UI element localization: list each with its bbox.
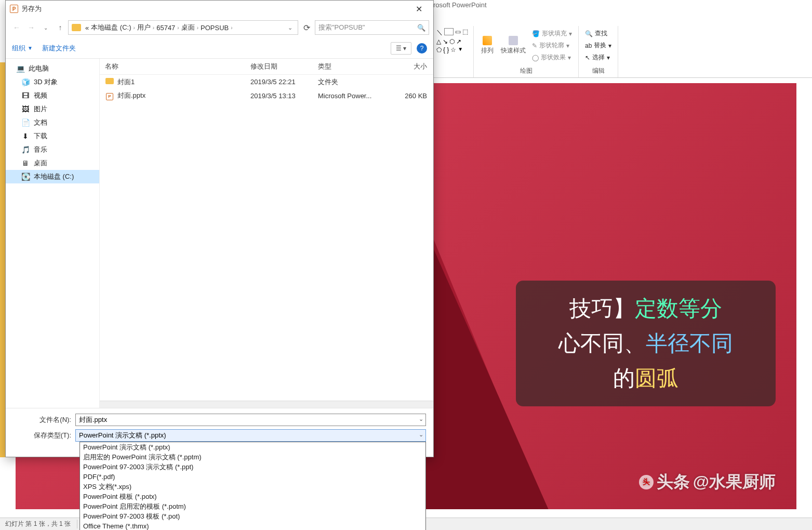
save-as-dialog: P 另存为 ✕ ← → ⌄ ↑ « 本地磁盘 (C:)› 用户› 65747› … [5,0,434,457]
address-bar[interactable]: « 本地磁盘 (C:)› 用户› 65747› 桌面› POPSUB› ⌄ [68,20,298,35]
sidebar-item[interactable]: 🖼图片 [6,102,99,116]
search-icon: 🔍 [585,30,593,37]
ppt-file-icon: P [105,92,114,101]
chevron-down-icon[interactable]: ⌄ [419,431,423,438]
toutiao-logo-icon: 头 [639,475,654,489]
watermark: 头 头条 @水果厨师 [639,471,776,494]
file-list: 名称 修改日期 类型 大小 封面12019/3/5 22:21文件夹P封面.pp… [99,59,433,408]
sidebar-icon: 🎵 [21,145,30,154]
ribbon: ＼▭⬚ △↘⬡↗ ⬠{ }☆▼ 排列 快速样式 🪣形状填充 ▾ ✎形状轮廓 ▾ … [431,26,812,78]
back-button[interactable]: ← [10,21,23,34]
new-folder-button[interactable]: 新建文件夹 [42,44,76,53]
paint-icon: 🪣 [532,30,540,37]
folder-icon [72,24,81,31]
forward-button[interactable]: → [24,21,38,34]
recent-button[interactable]: ⌄ [39,21,52,34]
sidebar-icon: ⬇ [21,132,30,140]
dialog-toolbar: 组织 ▼ 新建文件夹 ☰ ▾ ? [6,38,433,59]
filetype-option[interactable]: PowerPoint 97-2003 模板 (*.pot) [80,511,425,521]
sidebar-icon: 💽 [21,173,30,181]
dialog-title: 另存为 [21,4,42,14]
pen-icon: ✎ [532,42,537,49]
close-button[interactable]: ✕ [408,4,429,14]
filetype-option[interactable]: PowerPoint 97-2003 演示文稿 (*.ppt) [80,462,425,472]
quickstyle-button[interactable]: 快速样式 [499,35,528,56]
sidebar-icon: 🖥 [21,159,30,167]
refresh-button[interactable]: ⟳ [299,20,314,35]
sidebar-icon: 📄 [21,118,30,127]
search-icon: 🔍 [417,24,425,32]
select-button[interactable]: ↖选择 ▾ [584,52,613,63]
filetype-option[interactable]: PowerPoint 模板 (*.potx) [80,492,425,501]
sidebar-icon: 🖼 [21,105,30,113]
filetype-option[interactable]: PowerPoint 演示文稿 (*.pptx) [80,442,425,452]
filetype-option[interactable]: XPS 文档(*.xps) [80,482,425,492]
filetype-option[interactable]: Office Theme (*.thmx) [80,521,425,530]
sidebar-item[interactable]: ⬇下载 [6,129,99,143]
sidebar-item[interactable]: 🎵音乐 [6,143,99,156]
slide-counter: 幻灯片 第 1 张，共 1 张 [5,520,77,528]
filetype-option[interactable]: PDF(*.pdf) [80,472,425,482]
search-input[interactable]: 搜索"POPSUB" 🔍 [315,20,429,35]
sidebar-item[interactable]: 💽本地磁盘 (C:) [6,170,99,183]
arrange-button[interactable]: 排列 [479,35,496,56]
sidebar-icon: 🎞 [21,91,30,100]
up-button[interactable]: ↑ [54,21,67,34]
organize-button[interactable]: 组织 ▼ [12,44,33,53]
find-button[interactable]: 🔍查找 [584,28,613,39]
nav-sidebar: 💻此电脑🧊3D 对象🎞视频🖼图片📄文档⬇下载🎵音乐🖥桌面💽本地磁盘 (C:) [6,59,99,408]
scrollbar[interactable] [100,401,433,408]
slide-text-panel: 技巧】定数等分 心不同、半径不同 的圆弧 [516,281,776,406]
powerpoint-icon: P [10,5,18,13]
folder-icon [105,77,114,85]
ribbon-group-drawing: 排列 快速样式 🪣形状填充 ▾ ✎形状轮廓 ▾ ◯形状效果 ▾ 绘图 [474,26,579,77]
sidebar-item[interactable]: 🖥桌面 [6,156,99,170]
file-row[interactable]: 封面12019/3/5 22:21文件夹 [100,75,433,89]
sidebar-item[interactable]: 🧊3D 对象 [6,75,99,89]
replace-button[interactable]: ab替换 ▾ [584,40,613,51]
effect-icon: ◯ [532,54,539,61]
filetype-combo[interactable]: PowerPoint 演示文稿 (*.pptx)⌄ [75,429,426,442]
view-mode-button[interactable]: ☰ ▾ [391,42,411,55]
ribbon-group-editing: 🔍查找 ab替换 ▾ ↖选择 ▾ 编辑 [579,26,618,77]
column-headers[interactable]: 名称 修改日期 类型 大小 [100,59,433,75]
sidebar-icon: 💻 [16,64,24,73]
filetype-option[interactable]: PowerPoint 启用宏的模板 (*.potm) [80,501,425,511]
dialog-titlebar: P 另存为 ✕ [6,1,433,17]
replace-icon: ab [585,42,592,49]
sidebar-icon: 🧊 [21,78,30,86]
chevron-down-icon[interactable]: ⌄ [419,416,423,422]
filetype-dropdown[interactable]: PowerPoint 演示文稿 (*.pptx)启用宏的 PowerPoint … [79,442,426,530]
breadcrumb-dropdown[interactable]: ⌄ [286,24,295,31]
filetype-label: 保存类型(T): [13,431,75,440]
sidebar-item[interactable]: 📄文档 [6,116,99,129]
shape-effect[interactable]: ◯形状效果 ▾ [531,52,573,63]
app-title: rosoft PowerPoint [431,0,489,11]
file-row[interactable]: P封面.pptx2019/3/5 13:13Microsoft Power...… [100,89,433,103]
sidebar-item[interactable]: 💻此电脑 [6,62,99,75]
filetype-option[interactable]: 启用宏的 PowerPoint 演示文稿 (*.pptm) [80,452,425,462]
nav-toolbar: ← → ⌄ ↑ « 本地磁盘 (C:)› 用户› 65747› 桌面› POPS… [6,17,433,38]
filename-label: 文件名(N): [13,415,75,425]
cursor-icon: ↖ [585,54,590,61]
help-button[interactable]: ? [417,43,427,54]
shape-outline[interactable]: ✎形状轮廓 ▾ [531,40,573,51]
ribbon-group-shapes: ＼▭⬚ △↘⬡↗ ⬠{ }☆▼ [431,26,474,77]
shape-fill[interactable]: 🪣形状填充 ▾ [531,28,573,39]
save-form: 文件名(N): 封面.pptx⌄ 保存类型(T): PowerPoint 演示文… [6,408,433,457]
filename-input[interactable]: 封面.pptx⌄ [75,414,426,426]
sidebar-item[interactable]: 🎞视频 [6,89,99,102]
